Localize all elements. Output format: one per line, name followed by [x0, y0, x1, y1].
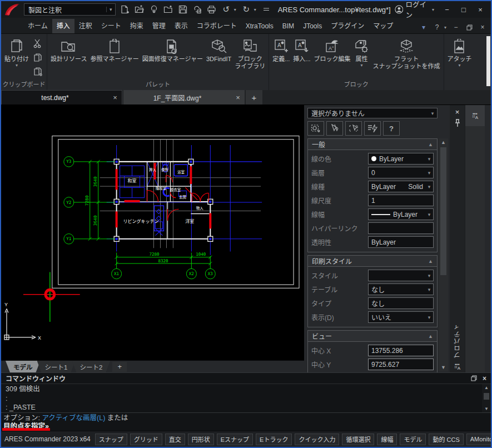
tab-collaborate[interactable]: コラボレート	[192, 19, 241, 33]
attach-dropdown-icon[interactable]: ▾	[459, 63, 461, 68]
doc-tab-1f-plan[interactable]: 1F_平面図.dwg* ×	[123, 90, 245, 104]
login-button[interactable]: ログイン ▾	[395, 0, 436, 20]
tab-jtools[interactable]: JTools	[299, 19, 326, 33]
print-table-dropdown[interactable]: なし ▾	[368, 283, 434, 295]
toggle-model[interactable]: モデル	[400, 434, 426, 445]
panel-scrollbar[interactable]: ▲ ▼	[439, 138, 448, 371]
help-button[interactable]: ?	[431, 21, 443, 33]
toggle-polar[interactable]: 円形状	[188, 434, 214, 445]
hyperlink-input[interactable]	[368, 222, 434, 234]
scroll-down-icon[interactable]: ▼	[441, 364, 446, 371]
ribbon-collapse-icon[interactable]: ▾	[418, 21, 430, 33]
center-x-input[interactable]: 13755.286	[368, 345, 434, 356]
collapse-icon[interactable]: ▲	[428, 142, 433, 147]
command-prompt[interactable]: オプション: アクティブな画層(L) または 目的点を指定»	[1, 413, 491, 431]
paste-button[interactable]: 貼り付け ▾	[3, 36, 31, 69]
toggle-esnap[interactable]: Eスナップ	[217, 434, 253, 445]
help-dropdown-icon[interactable]: ▾	[444, 25, 449, 30]
block-library-button[interactable]: ブロック ライブラリ	[233, 36, 267, 71]
section-print-style-header[interactable]: 印刷スタイル ▲	[308, 256, 437, 267]
open-file-button[interactable]	[133, 3, 146, 16]
scroll-up-icon[interactable]: ▲	[441, 138, 446, 146]
tab-home[interactable]: ホーム	[23, 19, 52, 33]
tab-insert[interactable]: 挿入	[52, 19, 74, 33]
design-resources-button[interactable]: 設計リソース	[49, 36, 88, 64]
cut-button[interactable]	[32, 37, 44, 49]
collapse-icon[interactable]: ▲	[428, 258, 433, 264]
tab-model[interactable]: モデル	[6, 361, 41, 372]
print-type-field[interactable]: なし	[368, 297, 434, 309]
attributes-dropdown-icon[interactable]: ▾	[361, 63, 363, 68]
block-define-button[interactable]: A 定義...	[271, 36, 291, 64]
toggle-etrack[interactable]: Eトラック	[256, 434, 292, 445]
tab-xtratools[interactable]: XtraTools	[241, 19, 278, 33]
drawing-repair-button[interactable]: 図面修復マネージャー	[141, 36, 205, 64]
tab-plugins[interactable]: プラグイン	[326, 19, 369, 33]
section-general-header[interactable]: 一般 ▲	[308, 139, 437, 150]
center-y-input[interactable]: 9725.627	[368, 359, 434, 370]
copy-with-point-button[interactable]	[32, 65, 44, 77]
linetype-scale-input[interactable]: 1	[368, 195, 434, 206]
add-sheet-button[interactable]: +	[112, 362, 127, 372]
import-download-button[interactable]	[147, 3, 161, 16]
command-history[interactable]: 309 個検出 : : _PASTE	[1, 384, 482, 412]
doc-close-button[interactable]: ×	[476, 21, 489, 33]
panel-close-button[interactable]: ×	[455, 108, 460, 119]
doc-tab-test[interactable]: test.dwg* ×	[1, 90, 122, 104]
toggle-cycle-select[interactable]: 循環選択	[342, 434, 374, 445]
redo-dropdown-icon[interactable]: ▾	[254, 7, 259, 12]
line-color-dropdown[interactable]: ByLayer ▾	[368, 153, 434, 165]
tab-sheet1[interactable]: シート1	[37, 361, 76, 372]
undo-button[interactable]: ↺	[220, 3, 233, 16]
minimize-button[interactable]: −	[439, 2, 455, 17]
export-button[interactable]	[162, 3, 175, 16]
command-scrollbar[interactable]: ▲ ▼	[482, 384, 491, 412]
layer-dropdown[interactable]: 0 ▾	[368, 167, 434, 178]
toggle-ortho[interactable]: 直交	[165, 434, 185, 445]
scroll-thumb[interactable]	[440, 147, 446, 275]
cmd-restore-button[interactable]	[471, 375, 477, 381]
doc-minimize-button[interactable]: −	[450, 21, 462, 33]
new-file-button[interactable]	[118, 3, 132, 16]
save-button[interactable]	[176, 3, 190, 16]
copy-button[interactable]	[32, 51, 44, 63]
block-edit-button[interactable]: A° ブロック編集	[312, 36, 352, 64]
paste-dropdown-icon[interactable]: ▾	[16, 63, 18, 68]
toggle-amonitor[interactable]: AMonitor	[466, 434, 491, 445]
attributes-button[interactable]: 属性 ▾	[352, 36, 371, 69]
ribbon-scrollbar[interactable]	[486, 36, 490, 86]
tab-map[interactable]: マップ	[369, 19, 397, 33]
maximize-button[interactable]: □	[455, 2, 472, 17]
attach-button[interactable]: アタッチ ▾	[446, 36, 474, 69]
tab-sheet[interactable]: シート	[97, 19, 126, 33]
deselect-button[interactable]	[326, 121, 343, 136]
print-button[interactable]	[205, 3, 218, 16]
tab-annotate[interactable]: 注釈	[74, 19, 97, 33]
cmd-close-button[interactable]: ×	[483, 375, 486, 382]
quick-select-button[interactable]	[364, 121, 381, 136]
prompt-option-link[interactable]: アクティブな画層(L)	[42, 414, 105, 422]
toggle-snap[interactable]: スナップ	[95, 434, 127, 445]
workspace-select[interactable]: 製図と注釈 ▾	[24, 3, 116, 16]
threedfindit-button[interactable]: 3DFindIT	[205, 36, 233, 64]
close-button[interactable]: ×	[472, 2, 489, 17]
properties-palette-tab[interactable]: ▪▪▪⠛A	[465, 105, 485, 126]
close-icon[interactable]: ×	[231, 93, 245, 102]
section-view-header[interactable]: ビュー ▲	[308, 331, 437, 342]
toggle-quick-input[interactable]: クイック入力	[295, 434, 339, 445]
lineweight-dropdown[interactable]: ByLayer ▾	[368, 208, 434, 220]
tab-sheet2[interactable]: シート2	[72, 361, 110, 372]
toggle-lineweight[interactable]: 線幅	[377, 434, 397, 445]
scroll-down-icon[interactable]: ▼	[484, 405, 489, 412]
print-style-dropdown[interactable]: ▾	[368, 270, 434, 281]
select-entities-button[interactable]	[307, 121, 324, 136]
new-doc-tab-button[interactable]: +	[246, 90, 262, 104]
tab-constrain[interactable]: 拘束	[126, 19, 148, 33]
reference-manager-button[interactable]: 参照マネージャー	[88, 36, 140, 64]
flat-snapshot-button[interactable]: フラット スナップショットを作成	[371, 36, 442, 71]
redo-button[interactable]: ↻	[240, 3, 253, 16]
save-as-cloud-button[interactable]	[191, 3, 204, 16]
scroll-up-icon[interactable]: ▲	[484, 384, 489, 391]
collapse-icon[interactable]: ▲	[428, 333, 433, 339]
pin-icon[interactable]	[454, 119, 461, 128]
